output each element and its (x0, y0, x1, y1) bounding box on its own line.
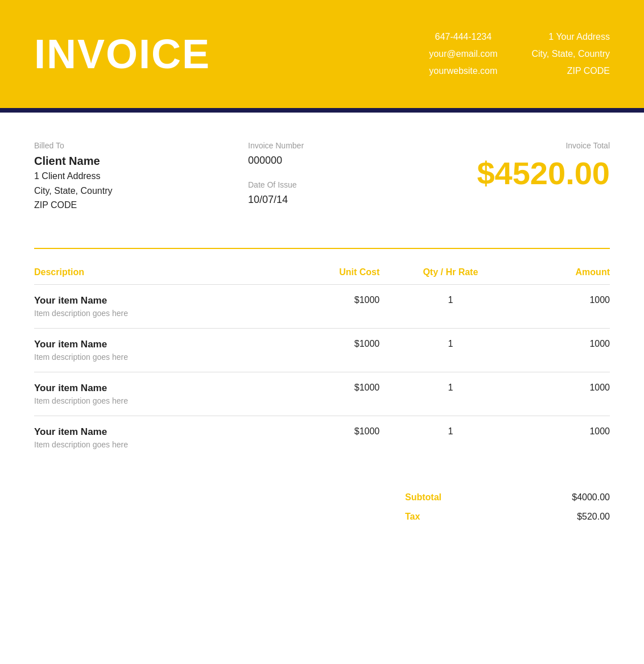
header-address-line1: 1 Your Address (531, 30, 610, 44)
table-row: Your item Name Item description goes her… (34, 285, 610, 329)
item-desc: Item description goes here (34, 396, 275, 405)
client-name: Client Name (34, 155, 193, 168)
table-row: Your item Name Item description goes her… (34, 329, 610, 372)
tax-label: Tax (405, 512, 420, 522)
subtotal-row: Subtotal $4000.00 (405, 488, 610, 507)
header-divider (0, 108, 644, 113)
item-desc: Item description goes here (34, 352, 275, 362)
col-qty: Qty / Hr Rate (379, 260, 521, 285)
date-of-issue: 10/07/14 (248, 194, 373, 206)
item-unit-cost: $1000 (275, 329, 379, 372)
item-amount: 1000 (522, 372, 610, 416)
tax-value: $520.00 (577, 512, 610, 522)
header-address-line2: City, State, Country (531, 47, 610, 61)
header-contact-info: 647-444-1234 your@email.com yourwebsite.… (429, 30, 497, 78)
invoice-header: INVOICE 647-444-1234 your@email.com your… (0, 0, 644, 108)
invoice-meta-block: Invoice Number 000000 Date Of Issue 10/0… (248, 141, 373, 219)
header-zip: ZIP CODE (531, 64, 610, 78)
item-desc: Item description goes here (34, 440, 275, 449)
item-description-cell: Your item Name Item description goes her… (34, 416, 275, 460)
billed-to-block: Billed To Client Name 1 Client Address C… (34, 141, 193, 213)
date-of-issue-label: Date Of Issue (248, 180, 373, 189)
invoice-title: INVOICE (34, 31, 210, 77)
item-unit-cost: $1000 (275, 416, 379, 460)
item-qty: 1 (379, 372, 521, 416)
invoice-total-value: $4520.00 (428, 155, 610, 192)
invoice-total-block: Invoice Total $4520.00 (428, 141, 610, 192)
summary-table: Subtotal $4000.00 Tax $520.00 (405, 488, 610, 526)
table-header-row: Description Unit Cost Qty / Hr Rate Amou… (34, 260, 610, 285)
header-phone: 647-444-1234 (429, 30, 497, 44)
item-name: Your item Name (34, 426, 275, 438)
item-unit-cost: $1000 (275, 285, 379, 329)
invoice-content: Billed To Client Name 1 Client Address C… (0, 113, 644, 561)
header-email: your@email.com (429, 47, 497, 61)
tax-row: Tax $520.00 (405, 507, 610, 526)
client-city: City, State, Country (34, 184, 193, 198)
item-description-cell: Your item Name Item description goes her… (34, 329, 275, 372)
item-name: Your item Name (34, 339, 275, 350)
col-unit-cost: Unit Cost (275, 260, 379, 285)
item-name: Your item Name (34, 295, 275, 306)
col-description: Description (34, 260, 275, 285)
table-row: Your item Name Item description goes her… (34, 416, 610, 460)
header-contact: 647-444-1234 your@email.com yourwebsite.… (429, 30, 610, 78)
item-qty: 1 (379, 329, 521, 372)
item-unit-cost: $1000 (275, 372, 379, 416)
item-qty: 1 (379, 285, 521, 329)
item-amount: 1000 (522, 329, 610, 372)
table-row: Your item Name Item description goes her… (34, 372, 610, 416)
header-website: yourwebsite.com (429, 64, 497, 78)
billing-section: Billed To Client Name 1 Client Address C… (34, 141, 610, 219)
section-divider (34, 248, 610, 249)
item-description-cell: Your item Name Item description goes her… (34, 285, 275, 329)
invoice-total-label: Invoice Total (428, 141, 610, 150)
subtotal-label: Subtotal (405, 492, 441, 503)
invoice-number-label: Invoice Number (248, 141, 373, 150)
col-amount: Amount (522, 260, 610, 285)
items-table: Description Unit Cost Qty / Hr Rate Amou… (34, 260, 610, 459)
billed-to-label: Billed To (34, 141, 193, 150)
item-name: Your item Name (34, 383, 275, 394)
subtotal-value: $4000.00 (572, 492, 610, 503)
item-desc: Item description goes here (34, 309, 275, 318)
summary-section: Subtotal $4000.00 Tax $520.00 (34, 488, 610, 526)
item-qty: 1 (379, 416, 521, 460)
item-amount: 1000 (522, 416, 610, 460)
item-description-cell: Your item Name Item description goes her… (34, 372, 275, 416)
client-address: 1 Client Address (34, 169, 193, 184)
header-address: 1 Your Address City, State, Country ZIP … (531, 30, 610, 78)
item-amount: 1000 (522, 285, 610, 329)
invoice-number: 000000 (248, 155, 373, 167)
client-zip: ZIP CODE (34, 198, 193, 213)
